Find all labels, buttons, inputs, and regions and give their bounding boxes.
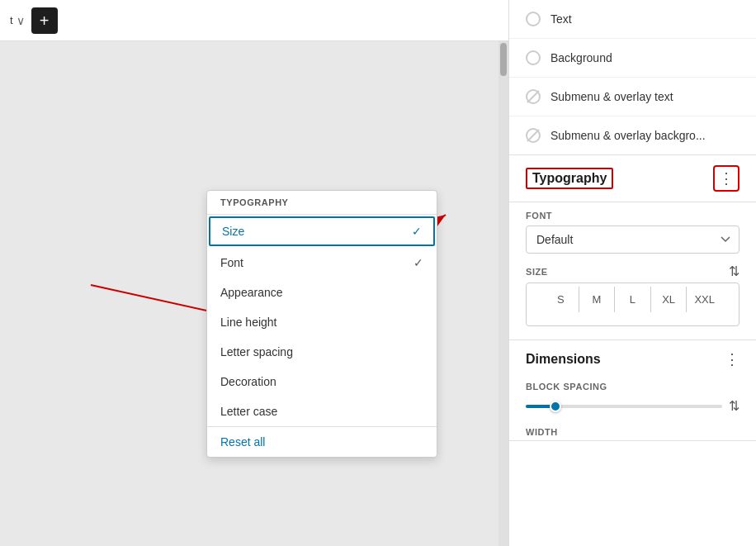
typography-lineheight-item[interactable]: Line height [207, 307, 437, 337]
font-select[interactable]: Default [526, 226, 739, 254]
typography-lettercase-item[interactable]: Letter case [207, 396, 437, 426]
typography-panel-header: TYPOGRAPHY [207, 191, 437, 215]
size-check: ✓ [412, 225, 422, 238]
lettercase-label: Letter case [220, 405, 277, 418]
typography-font-item[interactable]: Font ✓ [207, 248, 437, 278]
typography-size-item[interactable]: Size ✓ [209, 216, 435, 246]
radio-bg-circle [526, 50, 541, 65]
back-label: t [10, 14, 13, 26]
svg-line-2 [91, 285, 221, 314]
dimensions-dots-button[interactable]: ⋮ [725, 350, 739, 368]
slider-row: ⇅ [509, 398, 756, 424]
lineheight-label: Line height [220, 316, 277, 329]
toolbar: t ∨ + [0, 0, 508, 41]
color-section: Text Background Submenu & overlay text S… [509, 0, 756, 155]
appearance-label: Appearance [220, 286, 283, 299]
radio-submenu-bg-circle [526, 128, 541, 143]
size-field-label: SIZE [526, 267, 548, 277]
slider-adjust-icon[interactable]: ⇅ [729, 398, 739, 414]
size-m-button[interactable]: M [579, 287, 616, 312]
size-xxl-button[interactable]: XXL [687, 287, 722, 312]
decoration-label: Decoration [220, 375, 276, 388]
radio-text-circle [526, 12, 541, 26]
typography-letterspacing-item[interactable]: Letter spacing [207, 337, 437, 367]
radio-submenu-text[interactable]: Submenu & overlay text [509, 78, 756, 116]
add-button[interactable]: + [31, 7, 58, 34]
size-label: Size [222, 225, 244, 238]
radio-text[interactable]: Text [509, 0, 756, 39]
radio-submenu-bg-label: Submenu & overlay backgro... [550, 129, 706, 142]
right-panel: Text Background Submenu & overlay text S… [508, 0, 756, 546]
dimensions-right-section: Dimensions ⋮ BLOCK SPACING ⇅ WIDTH [509, 340, 756, 441]
font-field-label: FONT [509, 202, 756, 226]
slider-thumb[interactable] [550, 401, 561, 412]
font-label: Font [220, 256, 243, 269]
size-buttons-row: S M L XL XXL [526, 282, 739, 326]
size-row: SIZE ⇅ [509, 264, 756, 282]
chevron-icon: ∨ [17, 14, 25, 27]
size-filter-icon[interactable]: ⇅ [729, 264, 739, 279]
toolbar-back-text: t ∨ [10, 14, 25, 27]
radio-submenu-text-circle [526, 89, 541, 104]
radio-text-label: Text [550, 12, 572, 26]
typography-decoration-item[interactable]: Decoration [207, 367, 437, 396]
scrollbar[interactable] [498, 41, 508, 546]
typography-dropdown: TYPOGRAPHY Size ✓ Font ✓ Appearance Line… [206, 190, 437, 458]
width-label: WIDTH [509, 424, 756, 440]
reset-all-button[interactable]: Reset all [207, 426, 437, 457]
dimensions-header: Dimensions ⋮ [509, 340, 756, 378]
radio-submenu-text-label: Submenu & overlay text [550, 90, 673, 103]
size-s-button[interactable]: S [543, 287, 579, 312]
typography-appearance-item[interactable]: Appearance [207, 278, 437, 307]
slider-track[interactable] [526, 405, 722, 408]
size-xl-button[interactable]: XL [651, 287, 687, 312]
typography-right-section: Typography ⋮ FONT Default SIZE ⇅ S M L X… [509, 155, 756, 340]
radio-bg-label: Background [550, 51, 612, 64]
typography-section-header: Typography ⋮ [509, 155, 756, 202]
block-spacing-label: BLOCK SPACING [509, 378, 756, 398]
typography-dots-button[interactable]: ⋮ [713, 165, 739, 192]
letterspacing-label: Letter spacing [220, 345, 293, 358]
radio-background[interactable]: Background [509, 39, 756, 78]
typography-section-title: Typography [526, 168, 613, 189]
dimensions-title: Dimensions [526, 352, 601, 367]
font-select-row: Default [509, 226, 756, 264]
size-l-button[interactable]: L [615, 287, 651, 312]
scroll-thumb [500, 43, 507, 76]
left-panel: t ∨ + TYPOGRAPHY Size ✓ [0, 0, 508, 546]
radio-submenu-bg[interactable]: Submenu & overlay backgro... [509, 116, 756, 154]
font-check: ✓ [413, 256, 423, 269]
